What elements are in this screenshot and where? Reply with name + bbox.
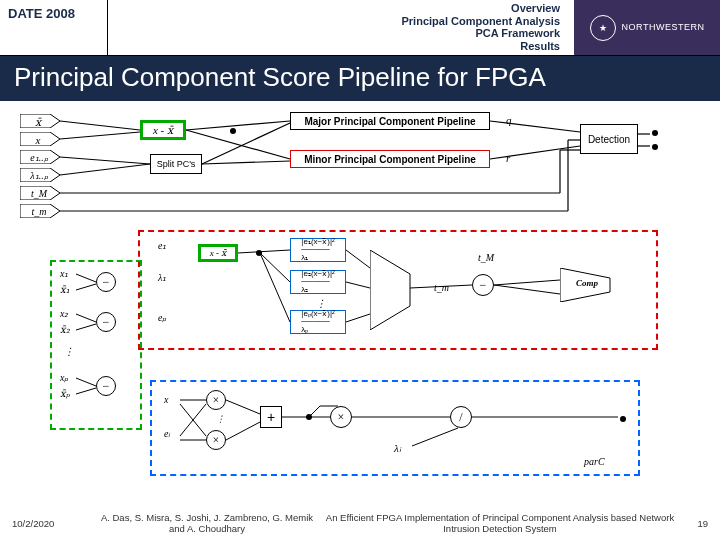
- slide-title: Principal Component Score Pipeline for F…: [0, 56, 720, 101]
- svg-line-36: [346, 282, 370, 288]
- svg-line-48: [309, 406, 320, 417]
- svg-line-28: [76, 314, 96, 322]
- svg-line-38: [410, 285, 472, 288]
- svg-line-27: [76, 284, 96, 290]
- nav-item: Principal Component Analysis: [401, 15, 560, 28]
- svg-line-37: [346, 314, 370, 322]
- brand-text: NORTHWESTERN: [622, 23, 705, 32]
- svg-line-39: [494, 280, 560, 285]
- svg-line-29: [76, 324, 96, 330]
- svg-line-45: [226, 400, 260, 414]
- svg-line-51: [412, 428, 458, 446]
- svg-line-30: [76, 378, 96, 386]
- brand-logo: ★ NORTHWESTERN: [574, 0, 720, 55]
- slide-footer: 10/2/2020 A. Das, S. Misra, S. Joshi, J.…: [0, 506, 720, 540]
- footer-date: 10/2/2020: [12, 518, 92, 529]
- pipeline-diagram: x̄ x e₁..ₚ λ₁..ₚ t_M t_m x - x̄ Split PC…: [20, 110, 700, 490]
- university-seal-icon: ★: [590, 15, 616, 41]
- slide-header: DATE 2008 Overview Principal Component A…: [0, 0, 720, 56]
- conference-tag: DATE 2008: [0, 0, 108, 55]
- svg-line-31: [76, 388, 96, 394]
- svg-line-46: [226, 422, 260, 440]
- nav-breadcrumb: Overview Principal Component Analysis PC…: [108, 0, 574, 55]
- footer-authors: A. Das, S. Misra, S. Joshi, J. Zambreno,…: [92, 512, 322, 534]
- svg-line-35: [346, 250, 370, 268]
- nav-item: Results: [520, 40, 560, 53]
- footer-paper-title: An Efficient FPGA Implementation of Prin…: [322, 512, 678, 534]
- svg-line-33: [260, 253, 290, 282]
- footer-page-number: 19: [678, 518, 708, 529]
- nav-item: Overview: [511, 2, 560, 15]
- svg-line-32: [238, 250, 290, 253]
- svg-line-34: [260, 253, 290, 322]
- svg-line-40: [494, 285, 560, 294]
- wire-layer-2: [20, 110, 700, 490]
- svg-line-26: [76, 274, 96, 282]
- nav-item: PCA Framework: [475, 27, 560, 40]
